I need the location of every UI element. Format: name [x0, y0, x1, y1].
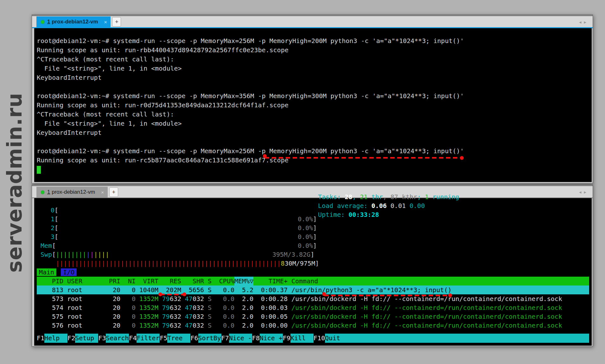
terminal-line: File "<string>", line 1, in <module> [37, 64, 589, 73]
cursor-line [37, 165, 589, 174]
terminal-line: ^CTraceback (most recent call last): [37, 110, 589, 119]
f4-key[interactable]: F4 [129, 334, 137, 343]
col-cpu: CPU% [212, 277, 234, 286]
col-time: TIME+ [253, 277, 288, 286]
tab-label: 1 prox-debian12-vm [47, 189, 95, 195]
f8-nice-plus-button[interactable]: Nice + [260, 334, 283, 343]
scroll-left-icon: ◂ [579, 189, 584, 195]
annotation-dot [460, 156, 464, 160]
process-table-header[interactable]: PID USER PRI NI VIRT RES SHR S CPU% MEM%… [37, 277, 589, 286]
col-ni: NI [120, 277, 136, 286]
f10-quit-button[interactable]: Quit [325, 334, 348, 343]
annotation-dot [322, 292, 326, 296]
annotation-dot [448, 293, 452, 297]
f7-key[interactable]: F7 [221, 334, 229, 343]
terminal-line: root@debian12-vm:~# systemd-run --scope … [37, 36, 589, 46]
process-row[interactable]: 576 root 20 0 1352M 79632 47032 S 0.0 2.… [37, 321, 589, 330]
terminal-cursor [37, 166, 41, 174]
tab-bar: 1 prox-debian12-vm × + ◂▸ [32, 185, 593, 198]
terminal-output-shell[interactable]: root@debian12-vm:~# systemd-run --scope … [34, 28, 592, 182]
tab-main[interactable]: Main [37, 268, 56, 276]
tasks-line: Tasks: 28, 21 thr, 87 kthr; 1 running [318, 198, 459, 201]
f5-key[interactable]: F5 [160, 334, 167, 343]
f1-key[interactable]: F1 [37, 334, 44, 343]
terminal-line: root@debian12-vm:~# systemd-run --scope … [37, 91, 589, 101]
uptime-line: Uptime: 00:33:28 [318, 210, 459, 219]
tab-prox-debian12-vm[interactable]: 1 prox-debian12-vm × [36, 16, 111, 27]
terminal-window-htop: 1 prox-debian12-vm × + ◂▸ 0[0.0%] 1[0.0%… [32, 185, 593, 347]
process-row-selected[interactable]: 813 root 20 0 1040M 202M 5656 S 0.0 5.2 … [37, 286, 589, 294]
f6-key[interactable]: F6 [190, 334, 198, 343]
session-active-icon [41, 20, 44, 24]
function-key-bar: F1Help F2Setup F3Search F4Filter F5Tree … [37, 334, 589, 343]
watermark-text: serveradmin.ru [3, 93, 26, 273]
new-tab-button[interactable]: + [112, 17, 121, 27]
cpu-meter-1: 1[0.0%] [37, 215, 589, 223]
close-icon[interactable]: × [104, 19, 107, 25]
col-command: Command [291, 277, 589, 286]
annotation-dot [158, 292, 162, 296]
f5-tree-button[interactable]: Tree [167, 334, 190, 343]
col-virt: VIRT [136, 277, 158, 286]
annotation-underline-command [265, 157, 462, 159]
terminal-line [37, 137, 589, 147]
f3-key[interactable]: F3 [98, 334, 106, 343]
htop-screen-tabs: MainI/O [37, 268, 589, 277]
terminal-line [37, 82, 589, 91]
process-row[interactable]: 574 root 20 0 1352M 79632 47032 S 0.0 2.… [37, 303, 589, 312]
col-state: S [204, 277, 212, 286]
annotation-dot [182, 292, 186, 296]
f1-help-button[interactable]: Help [44, 334, 67, 343]
new-tab-button[interactable]: + [109, 187, 118, 197]
terminal-line: KeyboardInterrupt [37, 73, 589, 82]
htop-summary: Tasks: 28, 21 thr, 87 kthr; 1 running Lo… [318, 198, 459, 219]
tab-bar: 1 prox-debian12-vm × + ◂▸ [32, 15, 593, 28]
fbar-filler [348, 334, 589, 343]
f9-key[interactable]: F9 [283, 334, 290, 343]
col-shr: SHR [181, 277, 204, 286]
tab-label: 1 prox-debian12-vm [47, 19, 98, 25]
swap-meter: Swp[||||||||||||||||||||||||||||||||||||… [37, 250, 589, 259]
col-pid: PID [37, 277, 63, 286]
f7-nice-minus-button[interactable]: Nice - [229, 334, 252, 343]
process-row[interactable]: 573 root 20 0 1352M 79632 47032 S 0.0 2.… [37, 294, 589, 303]
scroll-left-icon: ◂ [579, 19, 584, 25]
terminal-line: File "<string>", line 1, in <module> [37, 119, 589, 128]
memory-meter: Mem[||||||||||||||395M/3.82G] [37, 241, 589, 250]
f3-search-button[interactable]: Search [106, 334, 129, 343]
annotation-dot [263, 154, 267, 158]
f6-sortby-button[interactable]: SortBy [198, 334, 221, 343]
f8-key[interactable]: F8 [252, 334, 260, 343]
tab-scroll-arrows[interactable]: ◂▸ [579, 19, 589, 25]
terminal-line: Running scope as unit: run-rbb4400437d89… [37, 46, 589, 55]
scroll-right-icon: ▸ [584, 189, 589, 195]
tab-scroll-arrows[interactable]: ◂▸ [579, 189, 589, 195]
scroll-right-icon: ▸ [584, 19, 589, 25]
col-user: USER [67, 277, 105, 286]
tab-prox-debian12-vm[interactable]: 1 prox-debian12-vm × [36, 187, 108, 198]
f10-key[interactable]: F10 [314, 334, 325, 343]
load-average-line: Load average: 0.06 0.01 0.00 [318, 201, 459, 210]
terminal-line: KeyboardInterrupt [37, 128, 589, 137]
f2-setup-button[interactable]: Setup [75, 334, 98, 343]
cpu-meter-2: 2[0.0%] [37, 223, 589, 232]
terminal-line: root@debian12-vm:~# systemd-run --scope … [37, 147, 589, 156]
annotation-underline-res [160, 294, 184, 295]
process-row[interactable]: 575 root 20 0 1352M 79632 47032 S 0.0 2.… [37, 312, 589, 321]
cpu-meter-3: 3[0.0%] [37, 232, 589, 241]
f9-kill-button[interactable]: Kill [290, 334, 314, 343]
col-res: RES [158, 277, 181, 286]
close-icon[interactable]: × [101, 190, 104, 195]
session-active-icon [41, 191, 44, 194]
terminal-line: Running scope as unit: run-r0d75d41353e8… [37, 101, 589, 110]
col-pri: PRI [105, 277, 120, 286]
terminal-line: ^CTraceback (most recent call last): [37, 55, 589, 64]
terminal-output-htop[interactable]: 0[0.0%] 1[0.0%] 2[0.0%] 3[0.0%] Mem[||||… [34, 198, 592, 346]
annotation-underline-process-cmd [324, 295, 450, 296]
f4-filter-button[interactable]: Filter [137, 334, 160, 343]
f2-key[interactable]: F2 [67, 334, 75, 343]
cpu-meter-0: 0[0.0%] [37, 206, 589, 215]
tab-io[interactable]: I/O [61, 268, 77, 276]
col-mem-sort: MEM%▽ [234, 277, 253, 286]
